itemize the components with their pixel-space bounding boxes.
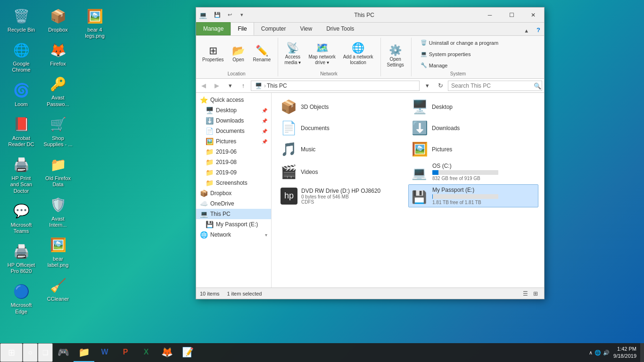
drive-item-my-passport[interactable]: 💾 My Passport (E:) 1.81 TB free of 1.81 … <box>408 184 538 207</box>
taskbar-clock[interactable]: 1:42 PM 9/18/2019 <box>613 346 640 360</box>
nav-item-quick-access[interactable]: ⭐ Quick access <box>196 95 271 105</box>
nav-item-pictures[interactable]: 🖼️ Pictures 📌 <box>196 136 271 147</box>
nav-item-screenshots[interactable]: 📁 Screenshots <box>196 178 271 188</box>
properties-button[interactable]: ⊞ Properties <box>199 42 227 66</box>
qa-dropdown-btn[interactable]: ▾ <box>236 9 248 21</box>
rename-button[interactable]: ✏️ Rename <box>250 42 274 66</box>
nav-item-2019-08[interactable]: 📁 2019-08 <box>196 157 271 167</box>
large-icons-view-btn[interactable]: ⊞ <box>531 289 540 298</box>
nav-item-documents[interactable]: 📄 Documents 📌 <box>196 126 271 136</box>
taskbar-app-firefox[interactable]: 🦊 <box>157 343 177 362</box>
taskbar-app-sticky-notes[interactable]: 📝 <box>177 343 198 362</box>
nav-item-network[interactable]: 🌐 Network ▾ <box>196 230 271 240</box>
open-button[interactable]: 📂 Open <box>228 42 249 66</box>
tab-drive-tools[interactable]: Drive Tools <box>319 22 361 35</box>
properties-icon: ⊞ <box>209 46 217 56</box>
my-passport-drive-free: 1.81 TB free of 1.81 TB <box>432 200 535 205</box>
desktop-icon-chrome[interactable]: 🌐 Google Chrome <box>5 39 38 75</box>
desktop-icon-acrobat[interactable]: 📕 Acrobat Reader DC <box>5 113 38 149</box>
ribbon-help-btn[interactable]: ? <box>533 25 544 35</box>
up-button[interactable]: ↑ <box>238 80 249 91</box>
tab-computer[interactable]: Computer <box>254 22 293 35</box>
folder-item-downloads[interactable]: ⬇️ Downloads <box>408 118 538 138</box>
system-props-label: System properties <box>429 51 471 57</box>
refresh-button[interactable]: ↻ <box>435 80 446 91</box>
search-input[interactable] <box>448 81 542 91</box>
item-count: 10 items <box>200 291 220 296</box>
tab-manage[interactable]: Manage <box>196 22 231 35</box>
address-path-box[interactable]: 🖥️ › This PC <box>251 81 420 91</box>
folder-item-videos[interactable]: 🎬 Videos <box>277 160 407 183</box>
add-network-button[interactable]: 🌐 Add a networklocation <box>340 41 377 67</box>
desktop-icon-ccleaner[interactable]: 🧹 CCleaner <box>41 274 74 304</box>
taskbar-search-button[interactable]: ○ <box>23 343 38 362</box>
nav-item-my-passport[interactable]: 💾 My Passport (E:) <box>196 219 271 230</box>
folder-item-music[interactable]: 🎵 Music <box>277 139 407 159</box>
nav-item-2019-09[interactable]: 📁 2019-09 <box>196 167 271 178</box>
taskbar-app-word[interactable]: W <box>94 343 115 362</box>
desktop-icon-bear4legs[interactable]: 🖼️ bear 4 legs.png <box>78 5 111 41</box>
qa-undo-btn[interactable]: ↩ <box>224 9 235 21</box>
nav-item-dropbox[interactable]: 📦 Dropbox <box>196 188 271 198</box>
rename-label: Rename <box>253 57 271 63</box>
drive-item-os-c[interactable]: 💻 OS (C:) 832 GB free of 919 GB <box>408 160 538 183</box>
close-button[interactable]: ✕ <box>522 8 544 23</box>
taskbar-app-unknown[interactable]: 🎮 <box>53 343 74 362</box>
folder-item-desktop[interactable]: 🖥️ Desktop <box>408 97 538 117</box>
dvd-drive-item[interactable]: hp DVD RW Drive (D:) HP OJ8620 0 bytes f… <box>277 184 407 207</box>
folder-item-pictures[interactable]: 🖼️ Pictures <box>408 139 538 159</box>
qa-save-btn[interactable]: 💾 <box>212 9 223 21</box>
desktop-icon-hp-officejet[interactable]: 🖨️ HP Officejet Pro 8620 <box>5 240 38 276</box>
folder-item-3d-objects[interactable]: 📦 3D Objects <box>277 97 407 117</box>
taskbar-app-excel[interactable]: X <box>136 343 157 362</box>
videos-folder-info: Videos <box>301 169 318 175</box>
desktop-icon-avast-pass[interactable]: 🔑 Avast Passwo... <box>41 73 74 109</box>
downloads-folder-name: Downloads <box>432 125 460 132</box>
tab-file[interactable]: File <box>231 22 254 35</box>
manage-button[interactable]: 🔧 Manage <box>417 60 502 70</box>
back-button[interactable]: ◀ <box>198 80 209 91</box>
selected-count: 1 item selected <box>227 291 262 296</box>
search-submit-button[interactable]: 🔍 <box>534 82 541 89</box>
desktop-icon-old-firefox[interactable]: 📁 Old Firefox Data <box>41 153 74 189</box>
show-desktop-button[interactable] <box>640 343 644 362</box>
desktop-icon-firefox[interactable]: 🦊 Firefox <box>41 39 74 69</box>
address-dropdown-btn[interactable]: ▾ <box>421 80 433 91</box>
nav-item-onedrive[interactable]: ☁️ OneDrive <box>196 198 271 209</box>
nav-item-2019-06[interactable]: 📁 2019-06 <box>196 147 271 157</box>
nav-item-this-pc[interactable]: 💻 This PC <box>196 209 271 219</box>
recent-locations-button[interactable]: ▾ <box>224 80 236 91</box>
desktop-icon-ms-teams[interactable]: 💬 Microsoft Teams <box>5 200 38 236</box>
system-props-button[interactable]: 💻 System properties <box>417 49 502 59</box>
desktop-icon-bear-label[interactable]: 🖼️ bear label.png <box>41 234 74 270</box>
desktop-icon-dropbox[interactable]: 📦 Dropbox <box>41 5 74 35</box>
ribbon-collapse-btn[interactable]: ▲ <box>520 26 533 35</box>
open-settings-button[interactable]: ⚙️ OpenSettings <box>384 43 407 70</box>
loom-label: Loom <box>15 101 28 107</box>
start-button[interactable]: ⊞ <box>0 343 23 362</box>
uninstall-button[interactable]: 🗑️ Uninstall or change a program <box>417 38 502 48</box>
task-view-button[interactable]: ❑ <box>38 343 53 362</box>
nav-item-desktop[interactable]: 🖥️ Desktop 📌 <box>196 105 271 115</box>
access-media-button[interactable]: 📡 Accessmedia ▾ <box>281 41 304 67</box>
tab-view[interactable]: View <box>293 22 319 35</box>
forward-button[interactable]: ▶ <box>211 80 223 91</box>
desktop-icon-hp-scan[interactable]: 🖨️ HP Print and Scan Doctor <box>5 153 38 196</box>
os-c-drive-icon: 💻 <box>412 166 427 181</box>
desktop-icon-ms-edge[interactable]: 🔵 Microsoft Edge <box>5 280 38 316</box>
taskbar-app-file-explorer[interactable]: 📁 <box>74 343 94 362</box>
taskbar-app-powerpoint[interactable]: P <box>115 343 136 362</box>
desktop-icon-shop-supplies[interactable]: 🛒 Shop Supplies - ... <box>41 113 74 149</box>
details-view-btn[interactable]: ☰ <box>520 289 530 298</box>
desktop-icon-avast-intern[interactable]: 🛡️ Avast Intern... <box>41 194 74 230</box>
folder-item-documents[interactable]: 📄 Documents <box>277 118 407 138</box>
desktop: 🗑️ Recycle Bin 🌐 Google Chrome 🌀 Loom 📕 … <box>0 0 644 362</box>
avast-pass-label: Avast Passwo... <box>43 95 73 107</box>
desktop-icon-loom[interactable]: 🌀 Loom <box>5 79 38 109</box>
map-network-button[interactable]: 🗺️ Map networkdrive ▾ <box>305 41 339 67</box>
desktop-icon-recycle-bin[interactable]: 🗑️ Recycle Bin <box>5 5 38 35</box>
nav-item-downloads[interactable]: ⬇️ Downloads 📌 <box>196 115 271 126</box>
tray-chevron[interactable]: ∧ <box>589 350 593 356</box>
minimize-button[interactable]: ─ <box>479 8 501 23</box>
maximize-button[interactable]: ☐ <box>501 8 522 23</box>
